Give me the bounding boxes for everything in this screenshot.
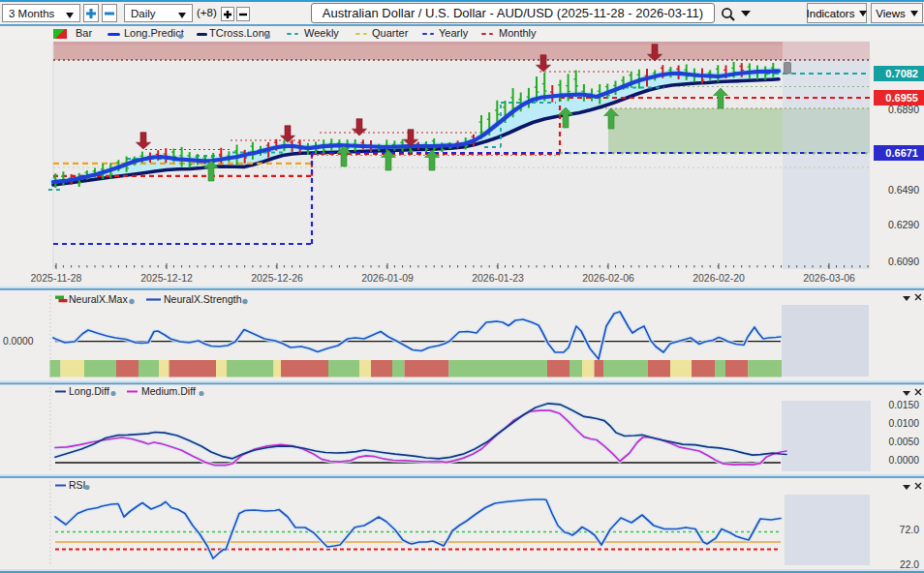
- svg-text:0.0100: 0.0100: [889, 418, 920, 429]
- svg-text:0.0050: 0.0050: [889, 437, 920, 447]
- svg-text:NeuralX.Strength: NeuralX.Strength: [164, 293, 242, 305]
- svg-text:RSI: RSI: [69, 479, 86, 491]
- svg-text:2025-12-12: 2025-12-12: [140, 272, 193, 284]
- svg-text:2026-01-23: 2026-01-23: [472, 272, 524, 284]
- svg-text:0.6490: 0.6490: [888, 184, 919, 196]
- svg-text:0.0000: 0.0000: [3, 336, 34, 347]
- svg-text:NeuralX.Max: NeuralX.Max: [69, 293, 128, 305]
- svg-text:22.0: 22.0: [900, 559, 919, 570]
- svg-text:0.6090: 0.6090: [888, 256, 919, 267]
- svg-text:Medium.Diff: Medium.Diff: [141, 385, 196, 397]
- svg-text:Long.Diff: Long.Diff: [69, 385, 109, 397]
- svg-text:0.6890: 0.6890: [888, 104, 919, 115]
- svg-text:2026-01-09: 2026-01-09: [361, 272, 414, 284]
- svg-text:2026-03-06: 2026-03-06: [803, 272, 855, 284]
- svg-text:0.0150: 0.0150: [889, 400, 920, 410]
- svg-text:2026-02-20: 2026-02-20: [693, 272, 745, 284]
- svg-text:0.0000: 0.0000: [889, 455, 920, 466]
- svg-text:0.6671: 0.6671: [885, 147, 918, 159]
- svg-text:72.0: 72.0: [900, 524, 920, 535]
- svg-text:2025-12-26: 2025-12-26: [251, 272, 303, 284]
- svg-text:2026-02-06: 2026-02-06: [582, 272, 634, 284]
- svg-text:2025-11-28: 2025-11-28: [31, 272, 82, 284]
- svg-text:0.6955: 0.6955: [885, 92, 918, 104]
- svg-text:0.7082: 0.7082: [885, 68, 918, 79]
- svg-text:0.6290: 0.6290: [888, 219, 919, 230]
